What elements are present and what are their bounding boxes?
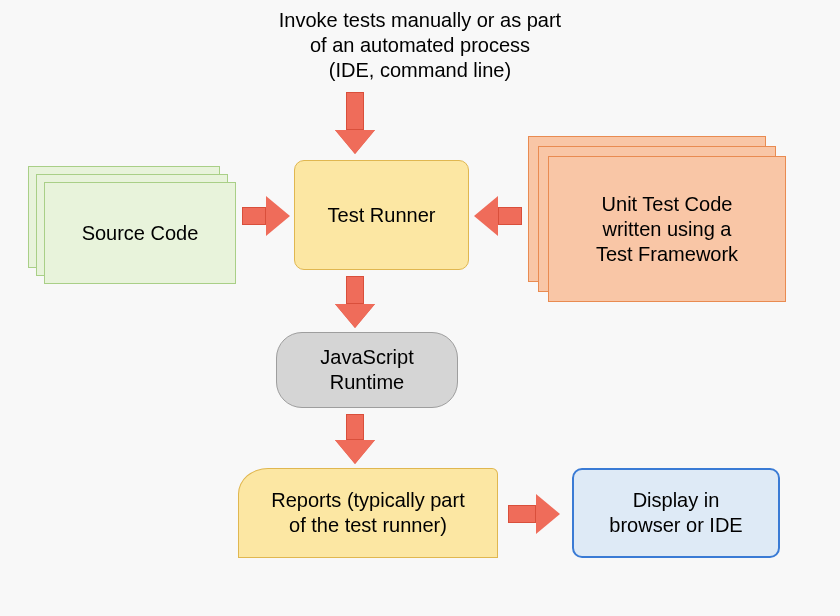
unit-test-line: Unit Test Code bbox=[602, 193, 733, 215]
js-runtime-line: JavaScript bbox=[320, 346, 413, 368]
arrow-down-icon bbox=[335, 414, 375, 464]
test-runner-node: Test Runner bbox=[294, 160, 469, 270]
display-line: browser or IDE bbox=[609, 514, 742, 536]
unit-test-node: Unit Test Code written using a Test Fram… bbox=[548, 156, 786, 302]
unit-test-line: Test Framework bbox=[596, 243, 738, 265]
top-annotation: Invoke tests manually or as part of an a… bbox=[230, 8, 610, 83]
display-line: Display in bbox=[633, 489, 720, 511]
js-runtime-node: JavaScript Runtime bbox=[276, 332, 458, 408]
arrow-down-icon bbox=[335, 92, 375, 154]
display-node: Display in browser or IDE bbox=[572, 468, 780, 558]
diagram-canvas: Invoke tests manually or as part of an a… bbox=[0, 0, 840, 616]
source-code-label: Source Code bbox=[82, 221, 199, 246]
test-runner-label: Test Runner bbox=[328, 203, 436, 228]
source-code-node: Source Code bbox=[44, 182, 236, 284]
top-annotation-line: (IDE, command line) bbox=[329, 59, 511, 81]
arrow-left-icon bbox=[474, 196, 522, 236]
arrow-right-icon bbox=[508, 494, 560, 534]
reports-line: of the test runner) bbox=[289, 514, 447, 536]
arrow-down-icon bbox=[335, 276, 375, 328]
top-annotation-line: of an automated process bbox=[310, 34, 530, 56]
reports-line: Reports (typically part bbox=[271, 489, 464, 511]
unit-test-line: written using a bbox=[603, 218, 732, 240]
top-annotation-line: Invoke tests manually or as part bbox=[279, 9, 561, 31]
js-runtime-line: Runtime bbox=[330, 371, 404, 393]
reports-node: Reports (typically part of the test runn… bbox=[238, 468, 498, 558]
arrow-right-icon bbox=[242, 196, 290, 236]
